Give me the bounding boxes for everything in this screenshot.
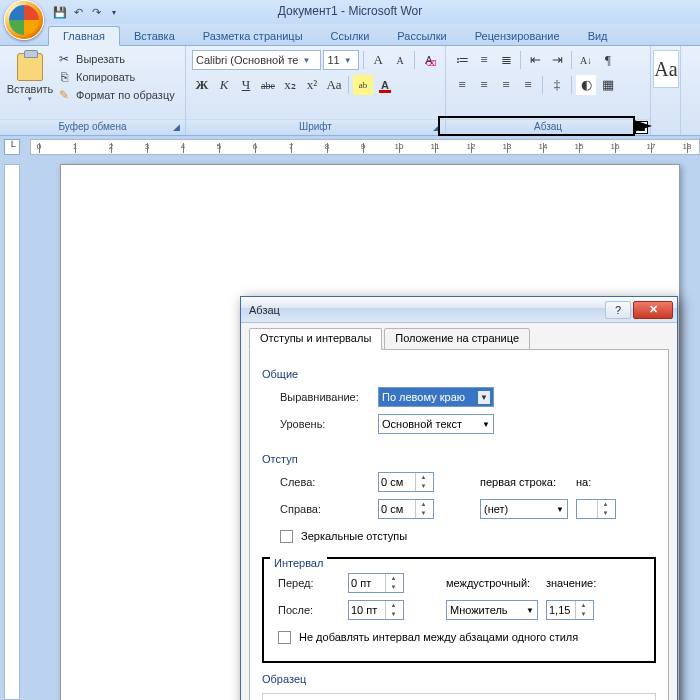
alignment-select[interactable]: По левому краю▼ bbox=[378, 387, 494, 407]
copy-icon: ⎘ bbox=[57, 70, 71, 84]
cut-label: Вырезать bbox=[76, 53, 125, 65]
first-line-select[interactable]: (нет)▼ bbox=[480, 499, 568, 519]
dialog-tabstrip: Отступы и интервалы Положение на страниц… bbox=[249, 327, 669, 350]
tab-insert[interactable]: Вставка bbox=[120, 27, 189, 45]
outline-level-select[interactable]: Основной текст▼ bbox=[378, 414, 494, 434]
line-spacing-at-spinner[interactable]: ▲▼ bbox=[546, 600, 594, 620]
indent-left-spinner[interactable]: ▲▼ bbox=[378, 472, 434, 492]
clipboard-launcher[interactable]: ◢ bbox=[170, 121, 183, 134]
spin-down-icon[interactable]: ▼ bbox=[416, 482, 431, 491]
subscript-button[interactable]: x₂ bbox=[280, 75, 300, 95]
spin-down-icon[interactable]: ▼ bbox=[386, 583, 401, 592]
no-space-same-style-checkbox[interactable] bbox=[278, 631, 291, 644]
space-after-spinner[interactable]: ▲▼ bbox=[348, 600, 404, 620]
undo-icon[interactable]: ↶ bbox=[70, 4, 86, 20]
tab-line-page-breaks[interactable]: Положение на странице bbox=[384, 328, 530, 350]
outline-level-label: Уровень: bbox=[280, 418, 370, 430]
italic-button[interactable]: К bbox=[214, 75, 234, 95]
superscript-button[interactable]: x² bbox=[302, 75, 322, 95]
align-center-button[interactable]: ≡ bbox=[474, 75, 494, 95]
numbering-button[interactable]: ≡ bbox=[474, 50, 494, 70]
bold-button[interactable]: Ж bbox=[192, 75, 212, 95]
align-justify-button[interactable]: ≡ bbox=[518, 75, 538, 95]
highlight-button[interactable]: ab bbox=[353, 75, 373, 95]
chevron-down-icon: ▼ bbox=[553, 505, 564, 514]
show-marks-button[interactable]: ¶ bbox=[598, 50, 618, 70]
line-spacing-at-input[interactable] bbox=[547, 604, 575, 616]
spin-up-icon[interactable]: ▲ bbox=[416, 500, 431, 509]
preview-box: Предыдущий абзац Предыдущий абзац Предыд… bbox=[262, 693, 656, 700]
line-spacing-select[interactable]: Множитель▼ bbox=[446, 600, 538, 620]
paste-button[interactable]: Вставить ▾ bbox=[11, 53, 49, 103]
grow-font-button[interactable]: A bbox=[368, 50, 388, 70]
first-line-value: (нет) bbox=[484, 503, 508, 515]
spin-up-icon[interactable]: ▲ bbox=[416, 473, 431, 482]
shrink-font-button[interactable]: A bbox=[390, 50, 410, 70]
spin-down-icon[interactable]: ▼ bbox=[386, 610, 401, 619]
spin-down-icon[interactable]: ▼ bbox=[416, 509, 431, 518]
tab-mailings[interactable]: Рассылки bbox=[383, 27, 460, 45]
decrease-indent-button[interactable]: ⇤ bbox=[525, 50, 545, 70]
save-icon[interactable]: 💾 bbox=[52, 4, 68, 20]
align-left-button[interactable]: ≡ bbox=[452, 75, 472, 95]
space-after-input[interactable] bbox=[349, 604, 385, 616]
horizontal-ruler[interactable]: 0123456789101112131415161718 bbox=[30, 139, 700, 155]
sort-button[interactable]: A↓ bbox=[576, 50, 596, 70]
multilevel-button[interactable]: ≣ bbox=[496, 50, 516, 70]
section-spacing: Интервал bbox=[270, 557, 327, 569]
change-case-button[interactable]: Aa bbox=[324, 75, 344, 95]
style-gallery-item[interactable]: Aa bbox=[653, 50, 679, 88]
spin-up-icon[interactable]: ▲ bbox=[576, 601, 591, 610]
first-line-by-spinner[interactable]: ▲▼ bbox=[576, 499, 616, 519]
chevron-down-icon: ▼ bbox=[344, 56, 352, 65]
copy-button[interactable]: ⎘Копировать bbox=[54, 69, 179, 85]
spin-up-icon[interactable]: ▲ bbox=[598, 500, 613, 509]
format-painter-button[interactable]: ✎Формат по образцу bbox=[54, 87, 179, 103]
underline-button[interactable]: Ч bbox=[236, 75, 256, 95]
indent-right-input[interactable] bbox=[379, 503, 415, 515]
indent-left-input[interactable] bbox=[379, 476, 415, 488]
office-button[interactable] bbox=[4, 0, 44, 40]
paragraph-launcher[interactable]: ◢ bbox=[635, 121, 648, 134]
tab-view[interactable]: Вид bbox=[574, 27, 622, 45]
group-label-paragraph: Абзац bbox=[446, 119, 650, 135]
spin-down-icon[interactable]: ▼ bbox=[576, 610, 591, 619]
redo-icon[interactable]: ↷ bbox=[88, 4, 104, 20]
space-before-spinner[interactable]: ▲▼ bbox=[348, 573, 404, 593]
first-line-by-input[interactable] bbox=[577, 503, 597, 515]
increase-indent-button[interactable]: ⇥ bbox=[547, 50, 567, 70]
spin-up-icon[interactable]: ▲ bbox=[386, 601, 401, 610]
cut-button[interactable]: ✂Вырезать bbox=[54, 51, 179, 67]
font-color-button[interactable]: A bbox=[375, 75, 395, 95]
clear-formatting-button[interactable]: A⌫ bbox=[419, 50, 439, 70]
spin-down-icon[interactable]: ▼ bbox=[598, 509, 613, 518]
line-spacing-button[interactable]: ‡ bbox=[547, 75, 567, 95]
font-size-combo[interactable]: 11▼ bbox=[323, 50, 359, 70]
strike-button[interactable]: abe bbox=[258, 75, 278, 95]
font-launcher[interactable]: ◢ bbox=[430, 121, 443, 134]
indent-right-spinner[interactable]: ▲▼ bbox=[378, 499, 434, 519]
tab-stop-selector[interactable]: └ bbox=[4, 139, 20, 155]
space-before-input[interactable] bbox=[349, 577, 385, 589]
bullets-button[interactable]: ≔ bbox=[452, 50, 472, 70]
mirror-indents-checkbox[interactable] bbox=[280, 530, 293, 543]
borders-button[interactable]: ▦ bbox=[598, 75, 618, 95]
vertical-ruler[interactable] bbox=[4, 164, 20, 700]
close-button[interactable]: ✕ bbox=[633, 301, 673, 319]
spin-up-icon[interactable]: ▲ bbox=[386, 574, 401, 583]
space-before-label: Перед: bbox=[278, 577, 340, 589]
dialog-titlebar[interactable]: Абзац ? ✕ bbox=[241, 297, 677, 323]
qat-dropdown-icon[interactable]: ▾ bbox=[106, 4, 122, 20]
section-preview: Образец bbox=[262, 673, 656, 685]
paste-label: Вставить bbox=[7, 83, 54, 95]
shading-button[interactable]: ◐ bbox=[576, 75, 596, 95]
tab-references[interactable]: Ссылки bbox=[317, 27, 384, 45]
copy-label: Копировать bbox=[76, 71, 135, 83]
font-name-combo[interactable]: Calibri (Основной те▼ bbox=[192, 50, 321, 70]
help-button[interactable]: ? bbox=[605, 301, 631, 319]
tab-review[interactable]: Рецензирование bbox=[461, 27, 574, 45]
tab-home[interactable]: Главная bbox=[48, 26, 120, 46]
tab-page-layout[interactable]: Разметка страницы bbox=[189, 27, 317, 45]
tab-indents-spacing[interactable]: Отступы и интервалы bbox=[249, 328, 382, 350]
align-right-button[interactable]: ≡ bbox=[496, 75, 516, 95]
